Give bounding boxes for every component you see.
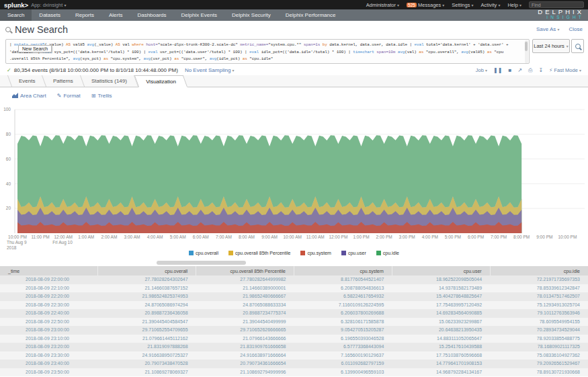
cell-cpu-overall[interactable]: 21.986524825374953 (98, 292, 196, 301)
cell-cpu-idle[interactable]: 70.28934734529044 (490, 326, 588, 335)
run-search-button[interactable] (571, 39, 584, 53)
search-mode-menu[interactable]: ⚡ Fast Mode ▾ (549, 67, 581, 73)
cell-cpu-idle[interactable]: 72.21971735697353 (490, 276, 588, 284)
column-header-cpu-overall-85th-percentile[interactable]: cpu.overall 85th Percentile (196, 266, 294, 276)
cell-time[interactable]: 2018-08-09 22:10:00 (0, 284, 98, 293)
cell-cpu-overall-85th-percentile[interactable]: 21.39044540499999 (196, 318, 294, 327)
pause-icon[interactable]: ❚❚ (493, 67, 502, 73)
cell-cpu-system[interactable]: 6.328106171585878 (294, 318, 392, 327)
cell-cpu-idle[interactable]: 78.89130721930668 (490, 368, 588, 377)
column-header-cpu-user[interactable]: cpu.user (392, 266, 490, 276)
format-button[interactable]: ✎Format (57, 93, 81, 99)
tab-statistics-149[interactable]: Statistics (149) (81, 75, 138, 87)
cell-cpu-overall-85th-percentile[interactable]: 21.831909761666658 (196, 343, 294, 351)
messages-menu[interactable]: 525 Messages ▾ (407, 2, 444, 8)
cell-time[interactable]: 2018-08-09 22:00:00 (0, 276, 98, 284)
column-header-time[interactable]: _time (0, 266, 98, 276)
cell-time[interactable]: 2018-08-09 23:20:00 (0, 343, 98, 351)
export-icon[interactable]: ↧ (538, 67, 543, 73)
horizontal-scrollbar-thumb[interactable] (157, 261, 246, 265)
cell-cpu-user[interactable]: 15.06233923299867 (392, 318, 490, 327)
cell-time[interactable]: 2018-08-09 22:50:00 (0, 318, 98, 327)
cell-cpu-overall[interactable]: 24.916638950725327 (98, 351, 196, 360)
cell-cpu-overall-85th-percentile[interactable]: 21.98652480666667 (196, 292, 294, 301)
job-menu[interactable]: Job ▾ (476, 67, 487, 73)
cell-time[interactable]: 2018-08-09 22:30:00 (0, 301, 98, 310)
cell-cpu-user[interactable]: 17.754639957120492 (392, 301, 490, 310)
legend-item-cpu-idle[interactable]: cpu.idle (376, 251, 399, 255)
cell-cpu-system[interactable]: 8.817760544521407 (294, 276, 392, 284)
tab-patterns[interactable]: Patterns (42, 75, 85, 87)
cell-cpu-system[interactable]: 6.208788054836613 (294, 284, 392, 293)
nav-item-delphix-performance[interactable]: Delphix Performance (278, 9, 343, 21)
find-input[interactable] (529, 1, 584, 8)
cell-cpu-overall-85th-percentile[interactable]: 24.916638971666664 (196, 351, 294, 360)
cell-time[interactable]: 2018-08-09 23:40:00 (0, 360, 98, 368)
cell-cpu-overall[interactable]: 21.14660387657152 (98, 284, 196, 293)
nav-item-alerts[interactable]: Alerts (101, 9, 130, 21)
cell-cpu-overall[interactable]: 21.079661445112162 (98, 335, 196, 343)
cell-cpu-idle[interactable]: 78.01347517462507 (490, 292, 588, 301)
column-header-cpu-idle[interactable]: cpu.idle (490, 266, 588, 276)
chart-type-button[interactable]: Area Chart (12, 93, 46, 99)
cell-cpu-overall-85th-percentile[interactable]: 24.87065088633334 (196, 301, 294, 310)
chart-canvas[interactable]: 2040608010010:00 PMThu Aug 9201811:00 PM… (0, 102, 588, 267)
cell-cpu-system[interactable]: 6.58224617654932 (294, 292, 392, 301)
cell-cpu-user[interactable]: 17.751038760596668 (392, 351, 490, 360)
event-sampling-menu[interactable]: No Event Sampling ▾ (185, 67, 235, 73)
search-query-input[interactable]: | mstats perc85(_value) AS val85 avg(_va… (5, 39, 530, 64)
nav-item-reports[interactable]: Reports (68, 9, 101, 21)
cell-cpu-overall[interactable]: 21.8319097888268 (98, 343, 196, 351)
nav-item-delphix-events[interactable]: Delphix Events (174, 9, 224, 21)
cell-cpu-idle[interactable]: 78.92033855488775 (490, 335, 588, 343)
cell-cpu-overall-85th-percentile[interactable]: 20.89887234775374 (196, 309, 294, 318)
save-as-button[interactable]: Save As ▾ (536, 26, 560, 32)
cell-cpu-overall-85th-percentile[interactable]: 29.710652626666665 (196, 326, 294, 335)
cell-cpu-idle[interactable]: 75.12934913025704 (490, 301, 588, 310)
trellis-button[interactable]: ⊞Trellis (91, 93, 112, 99)
legend-item-cpu-overall[interactable]: cpu.overall (189, 251, 218, 255)
cell-cpu-user[interactable]: 18.962522098505044 (392, 276, 490, 284)
cell-cpu-system[interactable]: 7.165600190129637 (294, 351, 392, 360)
cell-cpu-idle[interactable]: 78.16809021117325 (490, 343, 588, 351)
cell-cpu-overall[interactable]: 20.79073438470528 (98, 360, 196, 368)
cell-time[interactable]: 2018-08-09 23:00:00 (0, 326, 98, 335)
column-header-cpu-system[interactable]: cpu.system (294, 266, 392, 276)
cell-cpu-idle[interactable]: 78.6095549954155 (490, 318, 588, 327)
cell-cpu-user[interactable]: 14.883111052065647 (392, 335, 490, 343)
tab-events[interactable]: Events (7, 75, 47, 87)
cell-cpu-overall[interactable]: 21.10869278069327 (98, 368, 196, 377)
nav-item-search[interactable]: Search (0, 9, 32, 21)
cell-cpu-overall[interactable]: 21.390445404584547 (98, 318, 196, 327)
legend-item-cpu-user[interactable]: cpu.user (341, 251, 366, 255)
cell-time[interactable]: 2018-08-09 23:30:00 (0, 351, 98, 360)
cell-cpu-system[interactable]: 7.1160109126224595 (294, 301, 392, 310)
cell-cpu-user[interactable]: 20.64638213950435 (392, 326, 490, 335)
print-icon[interactable]: ⎙ (528, 67, 532, 74)
cell-cpu-idle[interactable]: 78.85339612342847 (490, 284, 588, 293)
share-icon[interactable]: ↗ (517, 67, 522, 73)
cell-cpu-system[interactable]: 6.011092682797159 (294, 360, 392, 368)
cell-cpu-user[interactable]: 14.692834564090885 (392, 309, 490, 318)
cell-cpu-idle[interactable]: 79.10112763563946 (490, 309, 588, 318)
cell-cpu-user[interactable]: 14.968792284134167 (392, 368, 490, 377)
cell-cpu-idle[interactable]: 75.08336104927362 (490, 351, 588, 360)
cell-cpu-overall[interactable]: 29.710652554709655 (98, 326, 196, 335)
cell-cpu-system[interactable]: 6.57773368443094 (294, 343, 392, 351)
cell-cpu-system[interactable]: 9.054270515205287 (294, 326, 392, 335)
cell-cpu-user[interactable]: 15.404278648825647 (392, 292, 490, 301)
time-range-picker[interactable]: Last 24 hours▾ (532, 39, 570, 53)
tab-visualization[interactable]: Visualization (134, 75, 187, 87)
cell-cpu-system[interactable]: 6.139900496559103 (294, 368, 392, 377)
stop-icon[interactable]: ■ (508, 67, 511, 73)
user-menu[interactable]: Administrator ▾ (366, 2, 399, 8)
cell-cpu-overall[interactable]: 20.89887236436058 (98, 309, 196, 318)
cell-time[interactable]: 2018-08-09 22:20:00 (0, 292, 98, 301)
cell-cpu-overall[interactable]: 27.78028264302647 (98, 276, 196, 284)
cell-time[interactable]: 2018-08-09 22:40:00 (0, 309, 98, 318)
cell-cpu-overall-85th-percentile[interactable]: 27.780282644999982 (196, 276, 294, 284)
legend-item-cpu-overall-85th-percentile[interactable]: cpu.overall 85th Percentile (228, 251, 291, 255)
legend-item-cpu-system[interactable]: cpu.system (300, 251, 331, 255)
app-menu[interactable]: App: dxinsight ▾ (31, 2, 66, 8)
column-header-cpu-overall[interactable]: cpu.overall (98, 266, 196, 276)
